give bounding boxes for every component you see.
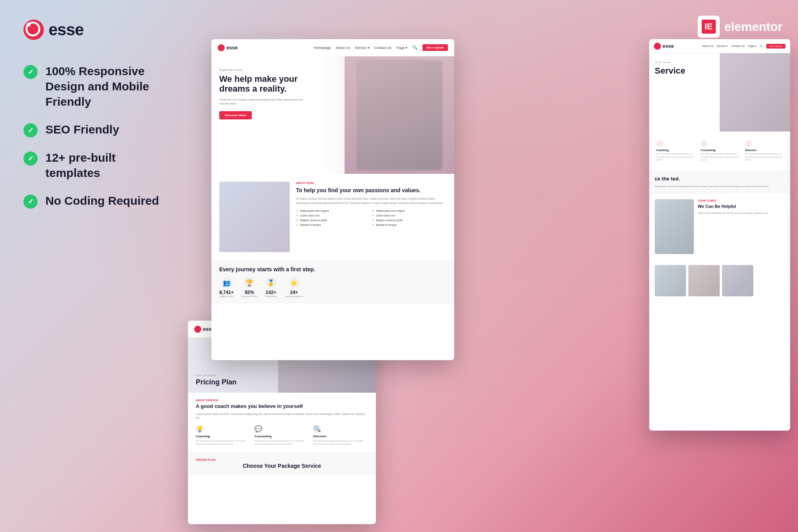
discover-desc: Per fermentum senectus nascetur orci sit… bbox=[313, 439, 368, 446]
main-about-features: Malesuada cras magna Malesuada cras magn… bbox=[296, 209, 446, 227]
right-team-img-1 bbox=[655, 265, 686, 296]
screenshot-main: esse Homepage About Us Service ▾ Contact… bbox=[211, 39, 454, 360]
main-stats: Every journey starts with a first step. … bbox=[211, 260, 454, 304]
counseling-icon: 💬 bbox=[255, 425, 262, 433]
counseling-desc: Per fermentum senectus nascetur orci sit… bbox=[255, 439, 309, 446]
right-cta-desc: Malesuada metus ut elit adipiscing non q… bbox=[655, 185, 785, 188]
right-counseling-icon bbox=[701, 140, 708, 147]
pricing-nav-logo-icon bbox=[194, 326, 201, 333]
screenshots-area: esse Homepage About Us Service ▾ Contact… bbox=[188, 39, 790, 524]
right-person-tag: YOUR CLIENT bbox=[698, 199, 769, 202]
right-nav-cta[interactable]: Get a Quote bbox=[766, 44, 785, 49]
stat-happy-value: 8,741+ bbox=[219, 290, 234, 295]
right-person-desc: Ullamcorper adipiscing elit, sed do eius… bbox=[698, 211, 769, 215]
main-nav-links: Homepage About Us Service ▾ Contact Us P… bbox=[314, 44, 448, 51]
right-team-images bbox=[655, 265, 785, 296]
right-nav-contact: Contact Us bbox=[731, 45, 745, 47]
stat-happy-label: Happy Client bbox=[220, 295, 233, 298]
right-nav-logo-icon bbox=[654, 43, 661, 50]
about-feat-4: Litora class orci bbox=[372, 214, 447, 217]
stat-success-value: 92% bbox=[245, 290, 254, 295]
pricing-section-title: Choose Your Package Service bbox=[196, 463, 368, 469]
right-hero-image bbox=[720, 53, 790, 132]
check-icon-seo bbox=[23, 123, 38, 137]
elementor-logo-icon: IE bbox=[698, 16, 720, 38]
main-nav-logo: esse bbox=[218, 44, 238, 51]
left-panel: esse 100% Responsive Design and Mobile F… bbox=[0, 0, 196, 532]
main-nav-homepage: Homepage bbox=[314, 46, 331, 50]
right-coaching-icon bbox=[656, 140, 663, 147]
main-nav-about: About Us bbox=[336, 46, 350, 50]
pricing-title-wrap: Home › Pricing Plan Pricing Plan bbox=[196, 374, 237, 386]
right-team-img-2 bbox=[688, 265, 720, 296]
right-cta-section: ce the ted. Malesuada metus ut elit adip… bbox=[649, 170, 790, 194]
right-nav-search-icon: 🔍 bbox=[760, 45, 763, 48]
service-cards: 💡 Coaching Per fermentum senectus nascet… bbox=[196, 425, 368, 446]
main-nav-logo-text: esse bbox=[226, 45, 238, 50]
about-feat-5: Magnis vivamus pede bbox=[296, 218, 371, 222]
stat-experience-icon: ⭐ bbox=[289, 277, 300, 288]
stat-success-icon: 🏆 bbox=[244, 277, 255, 288]
right-nav-logo-text: esse bbox=[663, 43, 674, 49]
right-coaching-desc: Per fermentum senectus nascetur orci sit… bbox=[656, 153, 694, 162]
main-hero-title: We help make your dreams a reality. bbox=[219, 74, 313, 94]
right-discover-icon bbox=[745, 140, 752, 147]
right-counseling-title: Counseling bbox=[701, 149, 738, 151]
right-service-coaching: Coaching Per fermentum senectus nascetur… bbox=[655, 137, 696, 165]
service-card-discover: 🔍 Discover Per fermentum senectus nascet… bbox=[313, 425, 368, 446]
stat-success-label: Success Client bbox=[242, 295, 257, 298]
service-card-coaching: 💡 Coaching Per fermentum senectus nascet… bbox=[196, 425, 251, 446]
elementor-icon-inner: IE bbox=[702, 20, 716, 34]
feature-text-seo: SEO Friendly bbox=[45, 122, 119, 137]
feature-item-templates: 12+ pre-built templates bbox=[23, 150, 172, 180]
main-nav-cta[interactable]: Get a Quote bbox=[422, 44, 448, 51]
about-feat-3: Litora class orci bbox=[296, 214, 371, 217]
right-person-content: YOUR CLIENT We Can Be Helpful Ullamcorpe… bbox=[698, 199, 769, 254]
right-discover-title: Discover bbox=[745, 149, 783, 151]
discover-title: Discover bbox=[313, 435, 368, 438]
main-hero-desc: Facilisi et nunc magna cubilia nulla adi… bbox=[219, 98, 313, 106]
pricing-tag: PRICING PLAN bbox=[196, 458, 368, 461]
stat-award-icon: 🥇 bbox=[265, 277, 276, 288]
feature-item-responsive: 100% Responsive Design and Mobile Friend… bbox=[23, 63, 172, 109]
discover-icon: 🔍 bbox=[313, 425, 321, 433]
main-stats-grid: 👥 8,741+ Happy Client 🏆 92% Success Clie… bbox=[219, 277, 446, 298]
about-feat-8: Blandit ut tempor bbox=[372, 223, 447, 227]
main-nav-search-icon: 🔍 bbox=[412, 45, 418, 50]
right-coaching-title: Coaching bbox=[656, 149, 694, 151]
counseling-title: Counseling bbox=[255, 435, 309, 438]
right-counseling-desc: Per fermentum senectus nascetur orci sit… bbox=[701, 153, 738, 162]
right-person-image bbox=[655, 199, 694, 254]
main-about-desc: Ut neque semper ultrices apitent netus f… bbox=[296, 197, 446, 205]
main-about-title: To help you find your own passions and v… bbox=[296, 187, 446, 194]
right-hero: Home › Service Service bbox=[649, 53, 790, 132]
screenshot-service: esse About Us Service ▾ Contact Us Page … bbox=[649, 39, 790, 431]
elementor-badge: IE elementor bbox=[698, 16, 782, 38]
stat-experience-label: Years Experience bbox=[285, 295, 303, 298]
main-hero: Expert life coach. We help make your dre… bbox=[211, 56, 454, 174]
right-service-discover: Discover Per fermentum senectus nascetur… bbox=[744, 137, 785, 165]
main-nav-page: Page ▾ bbox=[396, 46, 408, 50]
about-service-section: ABOUT SERVICE A good coach makes you bel… bbox=[188, 393, 376, 452]
main-hero-tag: Expert life coach. bbox=[219, 68, 313, 72]
feature-item-seo: SEO Friendly bbox=[23, 122, 172, 137]
elementor-icon-letter: IE bbox=[704, 22, 713, 32]
main-nav-service: Service ▾ bbox=[355, 46, 370, 50]
pricing-breadcrumb: Home › Pricing Plan bbox=[196, 374, 237, 377]
right-cta-title: ce the ted. bbox=[655, 176, 785, 182]
stat-experience-value: 24+ bbox=[290, 290, 298, 295]
pricing-plans-section: PRICING PLAN Choose Your Package Service bbox=[188, 452, 376, 475]
stat-happy-client: 👥 8,741+ Happy Client bbox=[219, 277, 234, 298]
stat-award-label: Award Won bbox=[265, 295, 277, 298]
main-hero-cta[interactable]: Discover More bbox=[219, 111, 252, 119]
stat-success-client: 🏆 92% Success Client bbox=[242, 277, 257, 298]
right-nav: esse About Us Service ▾ Contact Us Page … bbox=[649, 39, 790, 53]
feature-list: 100% Responsive Design and Mobile Friend… bbox=[23, 63, 172, 209]
main-hero-person bbox=[356, 60, 442, 170]
main-stats-header: Every journey starts with a first step. bbox=[219, 266, 446, 272]
main-hero-image bbox=[345, 56, 454, 174]
stat-award-value: 142+ bbox=[266, 290, 276, 295]
feature-text-nocode: No Coding Required bbox=[45, 193, 159, 208]
main-about-content: ABOUT ESSE To help you find your own pas… bbox=[296, 182, 446, 252]
right-nav-page: Page ▾ bbox=[748, 45, 756, 48]
